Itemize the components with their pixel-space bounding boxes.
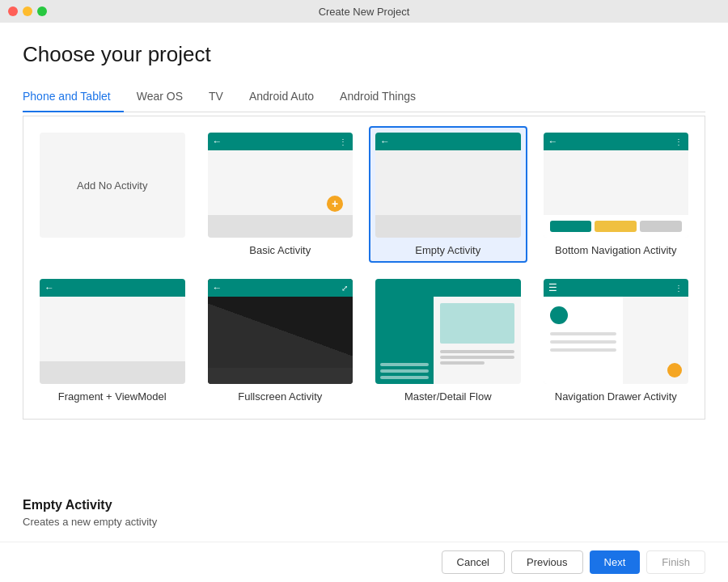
empty-back-icon: ← [380,136,390,147]
nd-content [623,297,688,384]
activity-card-bottom-nav[interactable]: ← ⋮ Bottom Navigation Activity [537,126,696,263]
tab-android-things[interactable]: Android Things [327,83,429,112]
md-right-panel [434,297,521,384]
masterdetail-preview [375,279,521,384]
fragment-preview: ← [40,279,185,384]
fab-icon: + [327,196,343,212]
navdrawer-label: Navigation Drawer Activity [555,390,677,403]
no-activity-preview: Add No Activity [40,133,185,238]
fullscreen-back-icon: ← [213,282,222,293]
nd-menu-2 [550,340,617,344]
tab-wear-os[interactable]: Wear OS [124,83,196,112]
tab-phone-and-tablet[interactable]: Phone and Tablet [23,83,124,112]
dots-icon: ⋮ [339,137,348,146]
activity-card-empty[interactable]: ← Empty Activity [369,126,527,263]
md-card [440,303,514,344]
fullscreen-bottombar [208,368,353,384]
diagonal-bg [208,297,353,368]
md-body [375,297,521,384]
bnav-item-2 [595,221,637,232]
masterdetail-label: Master/Detail Flow [404,390,492,403]
activity-card-basic[interactable]: ← ⋮ + Basic Activity [201,126,360,263]
traffic-lights [8,6,47,16]
nd-drawer [544,297,624,384]
minimize-button[interactable] [23,6,32,16]
md-line-2 [380,369,429,373]
md-text-line-2 [440,356,514,359]
bottom-nav-bar [544,215,689,238]
nd-menu-3 [550,348,617,352]
md-line-1 [380,363,429,366]
nd-fab [667,363,682,377]
back-icon: ← [213,136,222,147]
basic-activity-label: Basic Activity [249,244,311,256]
activity-card-fullscreen[interactable]: ← ⤢ Fullscreen Activity [201,272,360,409]
fullscreen-label: Fullscreen Activity [238,390,322,403]
basic-activity-preview: ← ⋮ + [208,133,353,238]
tab-android-auto[interactable]: Android Auto [236,83,327,112]
expand-icon: ⤢ [341,284,348,293]
grid-wrapper: Add No Activity ← ⋮ + Basic Activity [23,116,705,485]
activity-card-nav-drawer[interactable]: ☰ ⋮ [537,272,696,409]
title-bar: Create New Project [0,0,728,23]
content-area: Add No Activity ← ⋮ + Basic Activity [0,112,728,485]
fullscreen-preview: ← ⤢ [208,279,353,384]
bn-topbar: ← ⋮ [544,133,689,150]
fullscreen-bg [208,297,353,368]
bottom-nav-label: Bottom Navigation Activity [555,244,676,256]
previous-button[interactable]: Previous [511,550,583,574]
no-activity-label: Add No Activity [77,179,147,192]
fragment-back-icon: ← [44,282,54,293]
finish-button[interactable]: Finish [646,550,705,574]
md-line-3 [380,376,429,379]
tab-bar: Phone and Tablet Wear OS TV Android Auto… [23,83,705,112]
navdrawer-preview: ☰ ⋮ [544,279,689,384]
nd-dots-icon: ⋮ [675,284,684,293]
fragment-topbar: ← [40,279,185,297]
tab-tv[interactable]: TV [196,83,236,112]
bn-dots-icon: ⋮ [675,137,684,146]
bnav-item-1 [550,221,592,232]
md-topbar [375,279,521,297]
activity-card-fragment[interactable]: ← Fragment + ViewModel [33,272,192,409]
empty-activity-preview: ← [375,133,521,238]
md-left-panel [375,297,434,384]
activity-card-master-detail[interactable]: Master/Detail Flow [369,272,527,409]
cancel-button[interactable]: Cancel [442,550,505,574]
nd-menu-icon: ☰ [548,282,557,293]
page-header: Choose your project Phone and Tablet Wea… [0,23,728,112]
bottom-bar [208,215,353,238]
footer: Cancel Previous Next Finish [0,542,728,582]
fragment-bottom-bar [40,361,185,384]
empty-activity-label: Empty Activity [415,244,480,256]
bnav-item-3 [640,221,682,232]
empty-bottom-bar [375,215,521,238]
bn-back-icon: ← [548,136,558,147]
activity-grid: Add No Activity ← ⋮ + Basic Activity [23,116,705,420]
description-area: Empty Activity Creates a new empty activ… [0,485,728,542]
md-text-line-1 [440,350,514,353]
main-window: Choose your project Phone and Tablet Wea… [0,23,728,582]
next-button[interactable]: Next [590,550,641,574]
close-button[interactable] [8,6,18,16]
nd-avatar [550,306,568,324]
description-text: Creates a new empty activity [23,516,705,528]
window-title: Create New Project [319,6,410,18]
nd-menu-1 [550,332,617,335]
empty-topbar: ← [375,133,521,150]
page-title: Choose your project [23,42,705,67]
description-title: Empty Activity [23,498,705,512]
fullscreen-topbar: ← ⤢ [208,279,353,297]
activity-card-no-activity[interactable]: Add No Activity [33,126,192,263]
fragment-label: Fragment + ViewModel [58,390,167,403]
bottom-nav-preview: ← ⋮ [544,133,689,238]
maximize-button[interactable] [37,6,47,16]
nd-body [544,297,689,384]
preview-topbar: ← ⋮ [208,133,353,150]
md-text-line-3 [440,361,485,365]
nd-topbar: ☰ ⋮ [544,279,689,297]
md-text-lines [440,350,514,365]
